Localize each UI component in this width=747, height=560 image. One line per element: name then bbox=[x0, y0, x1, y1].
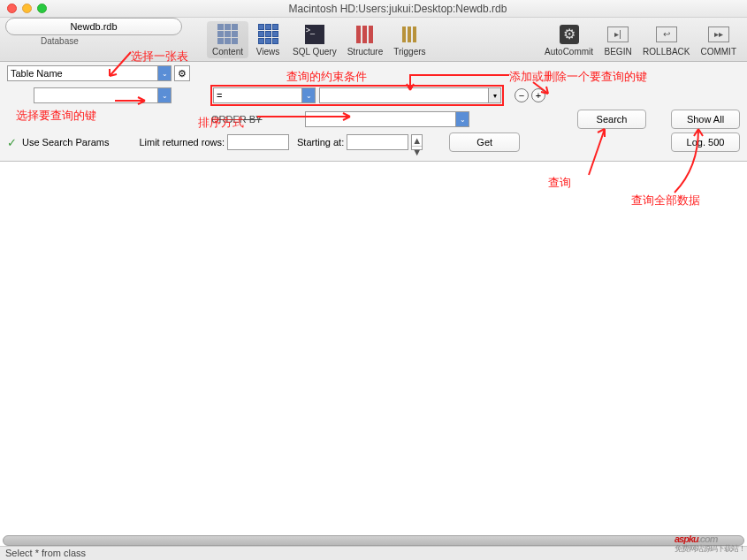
limit-rows-label: Limit returned rows: bbox=[139, 137, 225, 148]
sqlquery-tab[interactable]: >_SQL Query bbox=[287, 21, 342, 58]
begin-icon: ▸| bbox=[606, 23, 630, 46]
triggers-tab[interactable]: Triggers bbox=[388, 21, 431, 58]
show-all-button[interactable]: Show All bbox=[671, 110, 740, 129]
status-text: Select * from class bbox=[5, 548, 86, 558]
rollback-button[interactable]: ↩ROLLBACK bbox=[637, 21, 695, 58]
gear-icon: ⚙ bbox=[557, 23, 582, 46]
autocommit-button[interactable]: ⚙AutoCommit bbox=[539, 21, 598, 58]
watermark: aspku.com 免费网站源码下载站！ bbox=[675, 520, 745, 555]
remove-key-button[interactable]: − bbox=[515, 88, 529, 102]
order-by-select[interactable]: ⌄ bbox=[305, 111, 469, 127]
use-search-params-label[interactable]: Use Search Params bbox=[22, 137, 109, 148]
status-bar: Select * from class bbox=[0, 546, 747, 560]
rollback-icon: ↩ bbox=[654, 23, 679, 46]
window-title: Macintosh HD:Users:jukui:Desktop:Newdb.r… bbox=[56, 3, 740, 15]
database-selector[interactable]: Newdb.rdb bbox=[5, 18, 182, 35]
gear-button[interactable]: ⚙ bbox=[174, 65, 190, 81]
toolbar: Newdb.rdb Database Content Views >_SQL Q… bbox=[0, 18, 747, 62]
zoom-icon[interactable] bbox=[37, 4, 47, 13]
minimize-icon[interactable] bbox=[22, 4, 32, 13]
starting-at-label: Starting at: bbox=[297, 137, 344, 148]
structure-icon bbox=[353, 23, 377, 46]
close-icon[interactable] bbox=[7, 4, 17, 13]
annotation-query-all: 查询全部数据 bbox=[631, 193, 700, 208]
database-name: Newdb.rdb bbox=[70, 21, 117, 32]
commit-button[interactable]: ▸▸COMMIT bbox=[695, 21, 742, 58]
add-key-button[interactable]: + bbox=[531, 88, 545, 102]
check-icon: ✓ bbox=[7, 136, 17, 149]
annotation-query: 查询 bbox=[548, 175, 571, 191]
titlebar: Macintosh HD:Users:jukui:Desktop:Newdb.r… bbox=[0, 0, 747, 18]
triggers-icon bbox=[397, 23, 422, 46]
database-label: Database bbox=[41, 36, 79, 46]
views-icon bbox=[255, 23, 280, 46]
commit-icon: ▸▸ bbox=[706, 23, 731, 46]
key-select[interactable]: ⌄ bbox=[34, 87, 172, 103]
window-controls bbox=[7, 4, 47, 13]
order-by-label: ORDER BY bbox=[211, 114, 262, 125]
begin-button[interactable]: ▸|BEGIN bbox=[598, 21, 637, 58]
log-button[interactable]: Log. 500 bbox=[671, 132, 740, 152]
gear-icon-small: ⚙ bbox=[178, 68, 187, 79]
search-button[interactable]: Search bbox=[577, 110, 646, 129]
content-tab[interactable]: Content bbox=[207, 21, 248, 58]
control-panel: Table Name⌄ ⚙ ⌄ =⌄ ▾ − + ORDER BY ⌄ Sear… bbox=[0, 62, 747, 162]
value-input[interactable]: ▾ bbox=[319, 87, 501, 103]
starting-at-input[interactable] bbox=[347, 134, 408, 150]
sqlquery-icon: >_ bbox=[302, 23, 327, 46]
limit-rows-input[interactable] bbox=[227, 134, 289, 150]
views-tab[interactable]: Views bbox=[248, 21, 287, 58]
starting-at-stepper[interactable]: ▲▼ bbox=[411, 134, 423, 150]
content-icon bbox=[216, 23, 240, 46]
get-button[interactable]: Get bbox=[449, 132, 520, 152]
operator-select[interactable]: =⌄ bbox=[213, 87, 316, 103]
structure-tab[interactable]: Structure bbox=[342, 21, 389, 58]
scrollbar[interactable] bbox=[3, 535, 744, 546]
table-name-select[interactable]: Table Name⌄ bbox=[7, 65, 172, 81]
